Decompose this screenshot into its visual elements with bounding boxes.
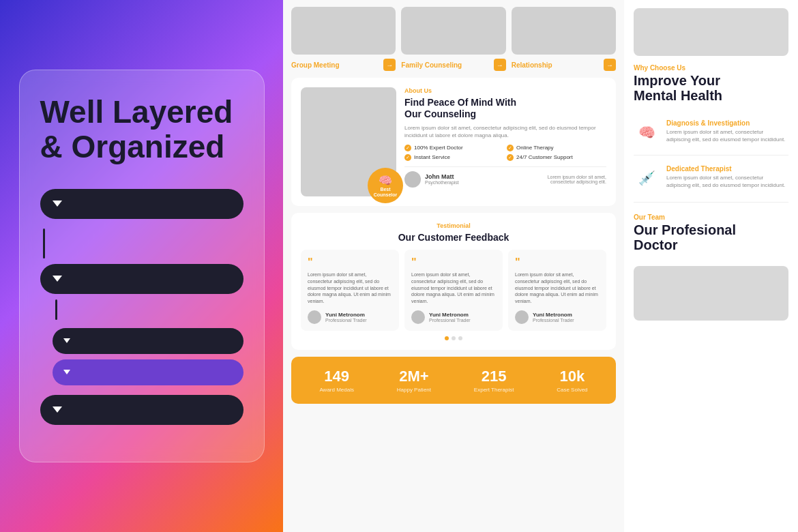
why-choose-us-section: Why Choose Us Improve Your Mental Health — [634, 64, 788, 111]
feature-label: Dedicated Therapist — [666, 165, 788, 173]
testimonial-tag: Testimonial — [301, 222, 606, 229]
testimonial-card-3: " Lorem ipsum dolor sit amet, consectetu… — [508, 250, 606, 331]
team-tag: Our Team — [634, 213, 788, 221]
right-bottom-image — [634, 266, 788, 321]
vertical-line — [43, 228, 45, 258]
team-title: Our Profesional Doctor — [634, 222, 788, 252]
user-avatar — [515, 310, 529, 324]
dropdown-3[interactable] — [40, 395, 243, 425]
feature-item: ✓ 100% Expert Doctor — [404, 145, 504, 151]
service-label: Group Meeting — [291, 61, 381, 69]
stat-therapists: 215 Expert Therapist — [474, 368, 514, 393]
feature-item: ✓ Instant Service — [404, 154, 504, 161]
service-arrow-btn[interactable]: → — [494, 59, 506, 71]
feature-item: ✓ Online Therapy — [507, 145, 606, 151]
layered-card: Well Layered & Organized — [19, 70, 265, 462]
feature-label: Diagnosis & Investigation — [666, 119, 788, 127]
why-tag: Why Choose Us — [634, 64, 788, 72]
user-name: Yuni Metronom — [429, 312, 471, 318]
service-arrow-btn[interactable]: → — [383, 59, 396, 71]
stat-number: 10k — [557, 368, 587, 385]
user-name: Yuni Metronom — [325, 312, 367, 318]
stat-number: 2M+ — [397, 368, 431, 385]
section-divider — [634, 202, 788, 203]
user-role: Professional Trader — [325, 318, 367, 323]
dot-active[interactable] — [445, 336, 449, 340]
testimonial-card-2: " Lorem ipsum dolor sit amet, consectetu… — [404, 250, 503, 331]
testimonial-user: Yuni Metronom Professional Trader — [411, 310, 496, 324]
check-icon: ✓ — [404, 154, 411, 161]
therapist-icon: 💉 — [634, 165, 660, 191]
dot-inactive[interactable] — [458, 336, 462, 340]
user-role: Professional Trader — [429, 318, 471, 323]
stat-cases: 10k Case Solved — [557, 368, 587, 393]
check-icon: ✓ — [404, 145, 411, 151]
service-family-counseling: Family Counseling → — [401, 7, 505, 71]
left-panel: Well Layered & Organized — [0, 0, 283, 532]
quote-icon: " — [411, 256, 496, 269]
quote-icon: " — [308, 256, 392, 269]
testimonial-section: Testimonial Our Customer Feedback " Lore… — [291, 213, 616, 350]
testimonial-title: Our Customer Feedback — [301, 232, 606, 243]
quote-icon: " — [515, 256, 600, 269]
badge-text: BestCounselor — [374, 187, 398, 197]
stat-label: Expert Therapist — [474, 387, 514, 393]
dot-inactive[interactable] — [452, 336, 456, 340]
right-panel: Why Choose Us Improve Your Mental Health… — [624, 0, 798, 532]
feature-block: 🧠 Diagnosis & Investigation Lorem ipsum … — [634, 119, 788, 191]
testimonial-user: Yuni Metronom Professional Trader — [515, 310, 600, 324]
brain-icon: 🧠 — [379, 174, 392, 187]
dropdown-arrow-icon — [53, 276, 62, 282]
counselor-avatar — [404, 171, 421, 188]
brain-diagnosis-icon: 🧠 — [634, 119, 660, 145]
testimonial-user: Yuni Metronom Professional Trader — [308, 310, 392, 324]
best-counselor-badge: 🧠 BestCounselor — [368, 168, 403, 203]
stat-patients: 2M+ Happy Patient — [397, 368, 431, 393]
testimonial-text: Lorem ipsum dolor sit amet, consectetur … — [411, 271, 496, 305]
counselor-desc: Lorem ipsum dolor sit amet, consectetur … — [538, 175, 606, 184]
feature-desc: Lorem ipsum dolor sit amet, consectetur … — [666, 174, 788, 189]
service-label: Relationship — [512, 61, 601, 69]
feature-desc: Lorem ipsum dolor sit amet, consectetur … — [666, 128, 788, 143]
service-row: Group Meeting → Family Counseling → Rela… — [291, 7, 616, 71]
testimonial-card-1: " Lorem ipsum dolor sit amet, consectetu… — [301, 250, 399, 331]
service-arrow-btn[interactable]: → — [604, 59, 616, 71]
stat-label: Award Medals — [319, 387, 354, 393]
about-tag: About Us — [404, 87, 606, 94]
dropdown-2[interactable] — [40, 228, 243, 385]
testimonial-text: Lorem ipsum dolor sit amet, consectetur … — [515, 271, 600, 305]
why-title: Improve Your Mental Health — [634, 73, 788, 103]
card-title: Well Layered & Organized — [40, 95, 243, 164]
divider — [634, 155, 788, 156]
user-name: Yuni Metronom — [533, 312, 574, 318]
counselor-name: John Matt — [425, 173, 459, 180]
stats-banner: 149 Award Medals 2M+ Happy Patient 215 E… — [291, 357, 616, 404]
service-group-meeting: Group Meeting → — [291, 7, 396, 71]
dropdown-inner — [53, 299, 243, 385]
user-avatar — [411, 310, 425, 324]
service-img — [512, 7, 616, 55]
testimonial-text: Lorem ipsum dolor sit amet, consectetur … — [308, 271, 392, 305]
stat-number: 215 — [474, 368, 514, 385]
team-section: Our Team Our Profesional Doctor — [634, 213, 788, 258]
counselor-info: John Matt Psychotherapist Lorem ipsum do… — [404, 166, 606, 188]
about-content: About Us Find Peace Of Mind With Our Cou… — [404, 87, 606, 196]
user-avatar — [308, 310, 321, 324]
pagination-dots — [301, 336, 606, 340]
stat-label: Case Solved — [557, 387, 587, 393]
stat-awards: 149 Award Medals — [319, 368, 354, 393]
about-title: Find Peace Of Mind With Our Counseling — [404, 97, 606, 120]
about-section: 🧠 BestCounselor About Us Find Peace Of M… — [291, 78, 616, 206]
service-img — [401, 7, 505, 55]
dropdown-arrow-icon — [53, 201, 62, 207]
counselor-role: Psychotherapist — [425, 180, 459, 185]
inner-line — [55, 299, 57, 320]
user-role: Professional Trader — [533, 318, 574, 323]
feature-item: ✓ 24/7 Customer Support — [507, 154, 606, 161]
feature-therapist: 💉 Dedicated Therapist Lorem ipsum dolor … — [634, 165, 788, 191]
about-image: 🧠 BestCounselor — [301, 87, 396, 196]
check-icon: ✓ — [507, 154, 514, 161]
stat-number: 149 — [319, 368, 354, 385]
features-grid: ✓ 100% Expert Doctor ✓ Online Therapy ✓ … — [404, 145, 606, 161]
dropdown-1[interactable] — [40, 189, 243, 219]
